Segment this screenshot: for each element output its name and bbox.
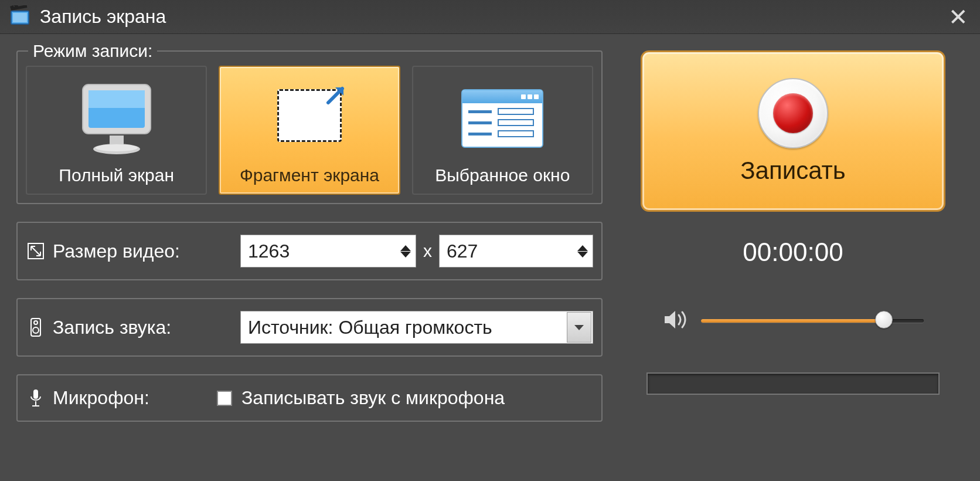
height-value: 627 — [447, 240, 478, 262]
svg-rect-7 — [89, 90, 145, 108]
audio-source-dropdown[interactable]: Источник: Общая громкость — [240, 311, 593, 344]
audio-source-label: Запись звука: — [53, 317, 240, 338]
monitor-icon — [27, 80, 206, 156]
width-up-icon[interactable] — [400, 245, 411, 251]
recording-mode-group: Режим записи: Полный экран — [16, 50, 603, 204]
mode-fragment-label: Фрагмент экрана — [240, 165, 379, 185]
volume-slider[interactable] — [701, 319, 924, 323]
microphone-checkbox-label: Записывать звук с микрофона — [241, 387, 505, 409]
svg-point-14 — [33, 327, 39, 333]
dimension-separator: x — [423, 241, 432, 261]
microphone-checkbox[interactable] — [217, 391, 232, 406]
svg-rect-8 — [110, 136, 124, 145]
volume-thumb[interactable] — [875, 311, 893, 328]
audio-source-row: Запись звука: Источник: Общая громкость — [16, 298, 603, 357]
height-input[interactable]: 627 — [439, 235, 593, 267]
video-size-label: Размер видео: — [53, 240, 240, 262]
record-icon — [758, 78, 828, 148]
record-button[interactable]: Записать — [641, 50, 945, 212]
width-value: 1263 — [248, 240, 290, 262]
window-title: Запись экрана — [40, 6, 166, 28]
width-input[interactable]: 1263 — [240, 235, 416, 267]
height-up-icon[interactable] — [577, 245, 588, 251]
mode-fragment-button[interactable]: Фрагмент экрана — [219, 66, 400, 195]
video-size-row: Размер видео: 1263 x 627 — [16, 222, 603, 280]
svg-point-13 — [34, 321, 38, 324]
height-down-icon[interactable] — [577, 252, 588, 258]
svg-point-10 — [96, 144, 138, 151]
titlebar: Запись экрана ✕ — [0, 0, 980, 34]
resize-icon — [26, 242, 46, 260]
mode-full-screen-button[interactable]: Полный экран — [26, 66, 207, 195]
audio-source-value: Источник: Общая громкость — [248, 317, 492, 338]
close-icon[interactable]: ✕ — [948, 4, 968, 31]
record-timer: 00:00:00 — [622, 238, 964, 267]
microphone-icon — [26, 388, 46, 408]
speaker-small-icon — [26, 317, 46, 337]
svg-rect-1 — [13, 13, 27, 22]
mode-full-screen-label: Полный экран — [59, 165, 174, 185]
svg-rect-15 — [33, 389, 38, 399]
selection-icon — [220, 89, 399, 142]
microphone-label: Микрофон: — [53, 387, 217, 409]
chevron-down-icon[interactable] — [567, 312, 591, 343]
recording-mode-legend: Режим записи: — [28, 41, 157, 61]
mode-window-button[interactable]: Выбранное окно — [412, 66, 593, 195]
record-button-label: Записать — [740, 157, 845, 185]
microphone-level-meter — [646, 372, 940, 395]
volume-row — [622, 308, 964, 334]
microphone-row: Микрофон: Записывать звук с микрофона — [16, 374, 603, 422]
window-icon — [413, 89, 592, 148]
app-icon — [8, 5, 32, 29]
speaker-icon — [662, 308, 689, 334]
mode-window-label: Выбранное окно — [435, 165, 570, 185]
width-down-icon[interactable] — [400, 252, 411, 258]
